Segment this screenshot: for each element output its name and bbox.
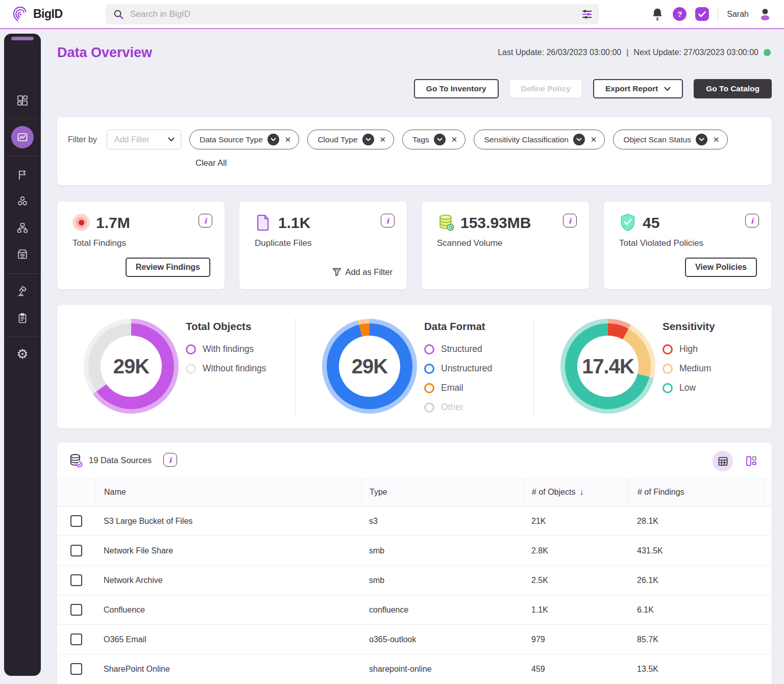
scanned-volume-label: Scanned Volume: [437, 238, 503, 248]
info-icon[interactable]: i: [563, 214, 577, 227]
go-to-inventory-button[interactable]: Go To Inventory: [414, 79, 499, 98]
table-row-network-archive[interactable]: Network Archivesmb2.5K26.1K1: [57, 565, 772, 595]
legend-item-other[interactable]: Other: [424, 402, 492, 413]
filter-chip-cloud-type[interactable]: Cloud Type✕: [307, 130, 394, 149]
sidebar-item-policies[interactable]: [4, 169, 41, 181]
filter-chip-data-source-type[interactable]: Data Source Type✕: [189, 130, 299, 149]
chip-chevron-down-icon[interactable]: [434, 134, 446, 145]
sidebar-divider: [4, 336, 41, 337]
info-glyph: i: [169, 456, 172, 464]
notifications-bell-icon[interactable]: [651, 7, 664, 21]
table-view-toggle-active[interactable]: [713, 451, 733, 471]
define-policy-button[interactable]: Define Policy: [509, 79, 582, 98]
column-header-name[interactable]: Name: [95, 478, 361, 506]
help-icon[interactable]: ?: [673, 7, 687, 21]
chip-remove-icon[interactable]: ✕: [712, 135, 721, 144]
info-icon[interactable]: i: [199, 214, 212, 227]
sidebar-item-data-overview-active[interactable]: [4, 126, 41, 148]
row-checkbox[interactable]: [70, 574, 82, 586]
cell-name: Network File Share: [95, 546, 361, 555]
status-green-dot: [764, 49, 771, 56]
sort-descending-icon[interactable]: ↓: [579, 488, 583, 497]
row-checkbox[interactable]: [70, 515, 82, 527]
chip-chevron-down-icon[interactable]: [696, 134, 707, 145]
chip-remove-icon[interactable]: ✕: [379, 135, 387, 144]
legend-item-unstructured[interactable]: Unstructured: [424, 363, 492, 374]
chip-remove-icon[interactable]: ✕: [284, 135, 292, 144]
legend-item-low[interactable]: Low: [663, 383, 715, 393]
row-checkbox-cell: [57, 634, 95, 645]
legend-item-high[interactable]: High: [663, 344, 715, 354]
sensitivity-legend: Sensitivity HighMediumLow: [663, 320, 715, 393]
filter-chip-sensitivity-classification[interactable]: Sensitivity Classification✕: [474, 130, 605, 149]
search-input[interactable]: [129, 9, 581, 20]
chip-chevron-down-icon[interactable]: [362, 134, 374, 145]
sidebar-divider: [4, 273, 41, 274]
info-glyph: i: [751, 217, 753, 225]
add-filter-dropdown[interactable]: Add Filter: [107, 130, 181, 149]
column-header-[interactable]: #: [765, 478, 772, 506]
table-row-sharepoint-online[interactable]: SharePoint Onlinesharepoint-online45913.…: [57, 654, 772, 683]
info-icon[interactable]: i: [745, 214, 759, 227]
legend-item-structured[interactable]: Structured: [424, 344, 492, 354]
donut-center-value: 17.4K: [582, 355, 634, 378]
sidebar-item-classification[interactable]: [4, 195, 41, 208]
row-checkbox[interactable]: [70, 604, 82, 616]
legend-ring-icon: [186, 364, 196, 374]
table-row-network-file-share[interactable]: Network File Sharesmb2.8K431.5K3: [57, 536, 772, 565]
cell-objects: 2.8K: [523, 546, 629, 555]
chip-remove-icon[interactable]: ✕: [590, 135, 598, 144]
button-label: Define Policy: [521, 84, 571, 93]
search-filters-sliders-icon[interactable]: [581, 8, 593, 20]
info-icon[interactable]: i: [381, 214, 395, 227]
button-label: Go To Inventory: [426, 84, 486, 93]
total-findings-value: 1.7M: [96, 214, 130, 232]
row-checkbox-cell: [57, 574, 95, 586]
filter-chip-tags[interactable]: Tags✕: [402, 130, 465, 149]
table-row-o365-email[interactable]: O365 Emailo365-outlook97985.7K2: [57, 624, 772, 654]
legend-item-email[interactable]: Email: [424, 383, 492, 393]
button-label: Go To Catalog: [706, 84, 760, 93]
global-search[interactable]: [106, 4, 599, 24]
filter-chip-object-scan-status[interactable]: Object Scan Status✕: [613, 130, 727, 149]
sidebar-item-data-mapping[interactable]: [4, 222, 41, 234]
sidebar-item-catalog[interactable]: [4, 248, 41, 260]
legend-item-without-findings[interactable]: Without findings: [186, 363, 266, 374]
sidebar-item-reports[interactable]: [4, 312, 41, 324]
go-to-catalog-button[interactable]: Go To Catalog: [694, 79, 772, 98]
row-checkbox[interactable]: [70, 545, 82, 556]
bigid-data-overview-page: BigID ? Sarah: [0, 0, 784, 684]
donut-center-value: 29K: [352, 355, 387, 378]
legend-item-with-findings[interactable]: With findings: [186, 344, 266, 354]
sidebar-item-compliance[interactable]: [4, 286, 41, 298]
column-header-type[interactable]: Type: [361, 478, 523, 506]
sidebar-item-settings[interactable]: ⚙: [4, 347, 41, 361]
chip-chevron-down-icon[interactable]: [267, 134, 279, 145]
legend-item-medium[interactable]: Medium: [663, 363, 715, 374]
card-view-toggle[interactable]: [745, 455, 757, 469]
table-row-s3-large-bucket-of-files[interactable]: S3 Large Bucket of Filess321K28.1K3: [57, 506, 772, 536]
table-row-confluence[interactable]: Confluenceconfluence1.1K6.1K2: [57, 595, 772, 624]
view-policies-button[interactable]: View Policies: [685, 258, 757, 277]
column-header-of-objects[interactable]: # of Objects↓: [523, 478, 629, 506]
row-checkbox[interactable]: [70, 634, 82, 645]
add-as-filter-button[interactable]: Add as Filter: [332, 267, 393, 277]
avatar[interactable]: [757, 7, 773, 22]
sidebar-item-dashboard[interactable]: [4, 94, 41, 107]
legend-label: Unstructured: [441, 363, 492, 374]
chip-label: Cloud Type: [317, 135, 357, 144]
chip-remove-icon[interactable]: ✕: [450, 135, 459, 144]
bigid-logo[interactable]: BigID: [11, 5, 63, 22]
chevron-down-icon: [664, 87, 671, 91]
clear-all-filters-button[interactable]: Clear All: [195, 158, 227, 168]
column-label: Type: [370, 488, 387, 497]
column-header-of-findings[interactable]: # of Findings: [629, 478, 765, 506]
review-findings-button[interactable]: Review Findings: [126, 258, 210, 277]
export-report-button[interactable]: Export Report: [593, 79, 683, 98]
chip-chevron-down-icon[interactable]: [573, 134, 585, 145]
row-checkbox[interactable]: [70, 663, 82, 675]
tasks-check-icon[interactable]: [695, 7, 709, 21]
sidebar-handle[interactable]: [11, 37, 34, 40]
info-icon[interactable]: i: [163, 453, 177, 467]
cell-findings: 28.1K: [629, 517, 765, 526]
